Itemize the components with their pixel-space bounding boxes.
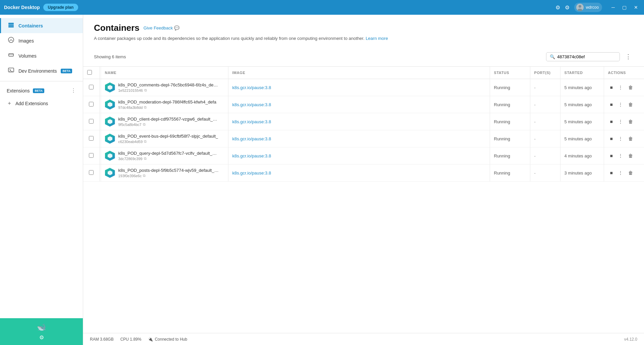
maximize-button[interactable]: ▢: [620, 4, 629, 11]
app-body: Containers Images Volume: [0, 15, 644, 345]
sidebar-item-volumes[interactable]: Volumes: [0, 48, 83, 63]
th-name: NAME: [101, 67, 228, 79]
row-image-cell: k8s.gcr.io/pause:3.8: [228, 164, 490, 182]
volumes-label: Volumes: [18, 53, 37, 59]
row-started-cell: 5 minutes ago: [560, 113, 604, 130]
row-checkbox[interactable]: [89, 102, 94, 107]
th-started: STARTED: [560, 67, 604, 79]
container-name-cell: k8s_POD_posts-depl-5f9b5c5774-wjv59_defa…: [105, 168, 224, 178]
more-actions-button[interactable]: ⋮: [616, 83, 625, 91]
container-icon: [105, 99, 115, 110]
container-name[interactable]: k8s_POD_comments-depl-76c5bc6948-6fz4s_d…: [118, 82, 219, 87]
th-checkbox: [83, 67, 99, 79]
image-link[interactable]: k8s.gcr.io/pause:3.8: [232, 119, 271, 124]
add-extensions-item[interactable]: ＋ Add Extensions: [0, 97, 83, 110]
row-image-cell: k8s.gcr.io/pause:3.8: [228, 130, 490, 147]
copy-id-icon[interactable]: ⧉: [144, 156, 147, 161]
learn-more-link[interactable]: Learn more: [366, 36, 388, 41]
th-actions: ACTIONS: [604, 67, 644, 79]
more-actions-button[interactable]: ⋮: [616, 169, 625, 177]
ports-value: -: [534, 85, 536, 90]
delete-button[interactable]: 🗑: [626, 135, 635, 143]
container-name-cell: k8s_POD_event-bus-depl-69cfbf58f7-slpjc_…: [105, 134, 224, 144]
stop-button[interactable]: ■: [608, 83, 615, 91]
svg-marker-10: [108, 119, 112, 124]
row-checkbox[interactable]: [89, 85, 94, 89]
stop-button[interactable]: ■: [608, 135, 615, 143]
volumes-icon: [8, 52, 14, 60]
image-link[interactable]: k8s.gcr.io/pause:3.8: [232, 153, 271, 158]
more-actions-button[interactable]: ⋮: [616, 152, 625, 160]
cpu-status: CPU 1.89%: [120, 337, 142, 342]
sidebar-item-dev-environments[interactable]: Dev Environments BETA: [0, 63, 83, 78]
extensions-more-icon[interactable]: ⋮: [71, 87, 76, 94]
image-link[interactable]: k8s.gcr.io/pause:3.8: [232, 85, 271, 90]
image-link[interactable]: k8s.gcr.io/pause:3.8: [232, 170, 271, 176]
container-name[interactable]: k8s_POD_moderation-depl-786f4ffc65-kfwh4…: [118, 99, 216, 105]
row-started-cell: 4 minutes ago: [560, 147, 604, 164]
main-content: Containers Give Feedback 💬 A container p…: [83, 15, 644, 345]
stop-button[interactable]: ■: [608, 118, 615, 126]
container-name[interactable]: k8s_POD_client-depl-cdf975567-vzgw6_defa…: [118, 117, 219, 122]
avatar: [576, 4, 584, 11]
stop-button[interactable]: ■: [608, 100, 615, 109]
copy-id-icon[interactable]: ⧉: [143, 174, 146, 178]
copy-id-icon[interactable]: ⧉: [144, 105, 147, 110]
sidebar-item-containers[interactable]: Containers: [0, 18, 83, 33]
copy-id-icon[interactable]: ⧉: [144, 139, 147, 144]
container-name[interactable]: k8s_POD_event-bus-depl-69cfbf58f7-slpjc_…: [118, 134, 218, 139]
status-value: Running: [494, 170, 510, 176]
stop-button[interactable]: ■: [608, 152, 615, 160]
dev-environments-label: Dev Environments: [18, 68, 57, 74]
row-checkbox[interactable]: [89, 119, 94, 124]
row-status-cell: Running: [490, 130, 530, 147]
row-status-cell: Running: [490, 96, 530, 113]
extensions-section[interactable]: Extensions BETA ⋮: [0, 84, 83, 97]
upgrade-button[interactable]: Upgrade plan: [43, 4, 78, 11]
row-checkbox-cell: [83, 164, 99, 182]
row-checkbox[interactable]: [89, 153, 94, 158]
row-ports-cell: -: [530, 96, 560, 113]
search-box: 🔍: [546, 52, 620, 61]
minimize-button[interactable]: ─: [609, 4, 617, 11]
delete-button[interactable]: 🗑: [626, 169, 635, 177]
delete-button[interactable]: 🗑: [626, 83, 635, 91]
container-id: c6230eab4d59: [118, 140, 143, 144]
delete-button[interactable]: 🗑: [626, 100, 635, 109]
svg-marker-11: [108, 136, 112, 141]
delete-button[interactable]: 🗑: [626, 118, 635, 126]
row-checkbox[interactable]: [89, 170, 94, 175]
app-brand: Docker Desktop: [4, 5, 40, 10]
container-name[interactable]: k8s_POD_posts-depl-5f9b5c5774-wjv59_defa…: [118, 168, 219, 173]
search-input[interactable]: [557, 54, 616, 59]
more-actions-button[interactable]: ⋮: [616, 135, 625, 143]
feedback-link[interactable]: Give Feedback 💬: [144, 25, 179, 30]
more-actions-button[interactable]: ⋮: [616, 100, 625, 109]
svg-rect-7: [8, 68, 14, 72]
select-all-checkbox[interactable]: [87, 70, 92, 75]
svg-marker-9: [108, 102, 112, 107]
row-checkbox[interactable]: [89, 136, 94, 141]
copy-id-icon[interactable]: ⧉: [143, 122, 146, 127]
more-actions-button[interactable]: ⋮: [616, 118, 625, 126]
more-options-button[interactable]: ⋮: [623, 52, 633, 62]
settings-footer-icon[interactable]: ⚙: [39, 334, 44, 341]
settings-icon[interactable]: ⚙: [565, 4, 570, 11]
image-link[interactable]: k8s.gcr.io/pause:3.8: [232, 136, 271, 141]
containers-table: NAME IMAGE STATUS PORT(S) STARTED ACTION…: [83, 67, 644, 182]
container-id: 9f5c5a8b4bc7: [118, 123, 142, 127]
row-actions-cell: ■ ⋮ 🗑: [604, 113, 644, 130]
ports-value: -: [534, 102, 536, 107]
image-link[interactable]: k8s.gcr.io/pause:3.8: [232, 102, 271, 107]
table-header-row: NAME IMAGE STATUS PORT(S) STARTED ACTION…: [83, 67, 644, 79]
sidebar-item-images[interactable]: Images: [0, 33, 83, 48]
row-actions-cell: ■ ⋮ 🗑: [604, 130, 644, 147]
stop-button[interactable]: ■: [608, 169, 615, 177]
container-icon: [105, 134, 115, 144]
user-menu[interactable]: wdrcoo: [574, 3, 602, 12]
delete-button[interactable]: 🗑: [626, 152, 635, 160]
copy-id-icon[interactable]: ⧉: [144, 88, 147, 92]
notification-icon[interactable]: ⚙: [555, 4, 560, 11]
close-button[interactable]: ✕: [632, 4, 640, 11]
container-name[interactable]: k8s_POD_query-depl-5d7d567fc7-vclfv_defa…: [118, 151, 219, 156]
